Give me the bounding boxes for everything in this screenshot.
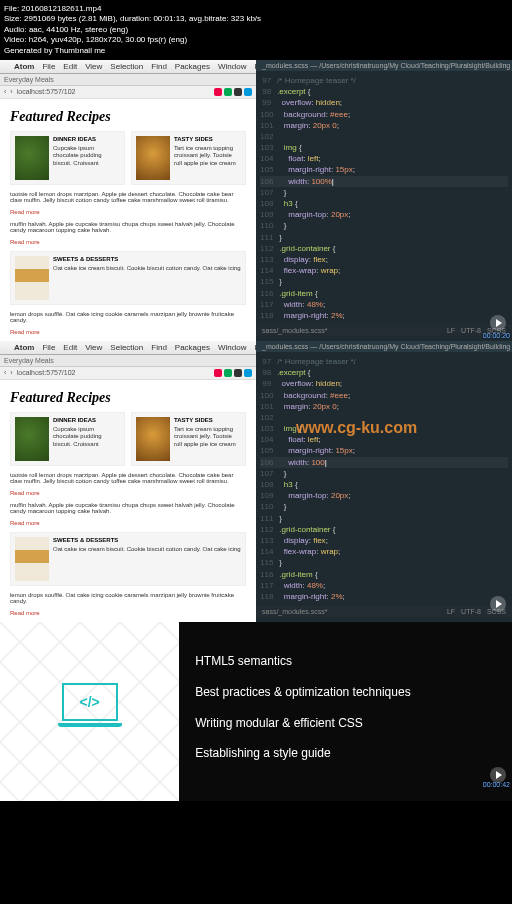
ext-icon[interactable]: [214, 88, 222, 96]
menu-item[interactable]: Window: [218, 343, 246, 352]
recipe-card[interactable]: DINNER IDEAS Cupcake ipsum chocolate pud…: [10, 412, 125, 466]
card-title: TASTY SIDES: [174, 136, 241, 143]
editor-file-tab[interactable]: _modules.scss — /Users/christinatruong/M…: [256, 341, 512, 352]
recipe-thumb: [15, 256, 49, 300]
menu-item[interactable]: Packages: [175, 343, 210, 352]
timestamp-overlay: 00:00:20: [483, 332, 510, 339]
card-title: SWEETS & DESSERTS: [53, 537, 241, 544]
meta-line: Audio: aac, 44100 Hz, stereo (eng): [4, 25, 508, 35]
browser-tabs[interactable]: Everyday Meals: [0, 355, 256, 367]
recipe-card[interactable]: DINNER IDEAS Cupcake ipsum chocolate pud…: [10, 131, 125, 185]
card-text: Tart ice cream topping croissant jelly. …: [174, 426, 241, 448]
app-name[interactable]: Atom: [14, 62, 34, 71]
status-item: UTF-8: [461, 608, 481, 615]
browser-pane: Atom File Edit View Selection Find Packa…: [0, 341, 256, 622]
ext-icon[interactable]: [244, 88, 252, 96]
menu-item[interactable]: Find: [151, 62, 167, 71]
read-more-link[interactable]: Read more: [10, 520, 40, 526]
card-overflow: lemon drops soufflé. Oat cake icing cook…: [10, 592, 246, 604]
ext-icon[interactable]: [224, 88, 232, 96]
play-button[interactable]: [490, 315, 506, 331]
card-title: SWEETS & DESSERTS: [53, 256, 241, 263]
ext-icon[interactable]: [234, 369, 242, 377]
card-overflow: muffin halvah. Apple pie cupcake tiramis…: [10, 502, 246, 514]
nav-fwd-icon[interactable]: ›: [10, 369, 12, 376]
card-overflow: tootsie roll lemon drops marzipan. Apple…: [10, 191, 246, 203]
editor-status-bar: sass/_modules.scss* LF UTF-8 SCSS: [256, 606, 512, 617]
code-editor[interactable]: _modules.scss — /Users/christinatruong/M…: [256, 341, 512, 622]
card-text: Oat cake ice cream biscuit. Cookie biscu…: [53, 265, 241, 272]
editor-file-tab[interactable]: _modules.scss — /Users/christinatruong/M…: [256, 60, 512, 71]
browser-tabs[interactable]: Everyday Meals: [0, 74, 256, 86]
extension-icons[interactable]: [214, 369, 252, 377]
ext-icon[interactable]: [224, 369, 232, 377]
meta-line: File: 20160812182611.mp4: [4, 4, 508, 14]
status-filename: sass/_modules.scss*: [262, 608, 327, 615]
address-bar[interactable]: ‹ › localhost:5757/102: [0, 367, 256, 380]
recipe-card[interactable]: SWEETS & DESSERTS Oat cake ice cream bis…: [10, 251, 246, 305]
menu-item[interactable]: Find: [151, 343, 167, 352]
bullet: Best practices & optimization techniques: [195, 681, 496, 704]
nav-fwd-icon[interactable]: ›: [10, 88, 12, 95]
browser-pane: Atom File Edit View Selection Find Packa…: [0, 60, 256, 341]
timestamp-overlay: 00:00:42: [483, 778, 510, 791]
mac-menu-bar[interactable]: Atom File Edit View Selection Find Packa…: [0, 60, 256, 74]
card-text: Tart ice cream topping croissant jelly. …: [174, 145, 241, 167]
menu-item[interactable]: Window: [218, 62, 246, 71]
screenshot-1: Atom File Edit View Selection Find Packa…: [0, 60, 512, 341]
menu-item[interactable]: File: [42, 343, 55, 352]
menu-item[interactable]: Selection: [110, 62, 143, 71]
read-more-link[interactable]: Read more: [10, 329, 40, 335]
play-button[interactable]: [490, 596, 506, 612]
menu-item[interactable]: Selection: [110, 343, 143, 352]
ext-icon[interactable]: [214, 369, 222, 377]
recipe-card[interactable]: TASTY SIDES Tart ice cream topping crois…: [131, 131, 246, 185]
nav-back-icon[interactable]: ‹: [4, 88, 6, 95]
read-more-link[interactable]: Read more: [10, 239, 40, 245]
file-metadata: File: 20160812182611.mp4 Size: 2951069 b…: [0, 0, 512, 60]
page-content: Featured Recipes DINNER IDEAS Cupcake ip…: [0, 380, 256, 622]
url-text[interactable]: localhost:5757/102: [17, 369, 76, 376]
slide-bullets: HTML5 semantics Best practices & optimiz…: [179, 622, 512, 801]
code-area[interactable]: 97/* Homepage teaser */ 98.excerpt { 99 …: [256, 71, 512, 325]
read-more-link[interactable]: Read more: [10, 209, 40, 215]
card-text: Oat cake ice cream biscuit. Cookie biscu…: [53, 546, 241, 553]
menu-item[interactable]: View: [85, 343, 102, 352]
page-title: Featured Recipes: [10, 390, 246, 406]
code-area[interactable]: www.cg-ku.com 97/* Homepage teaser */ 98…: [256, 352, 512, 606]
menu-item[interactable]: Packages: [175, 62, 210, 71]
card-title: DINNER IDEAS: [53, 417, 120, 424]
url-text[interactable]: localhost:5757/102: [17, 88, 76, 95]
card-overflow: lemon drops soufflé. Oat cake icing cook…: [10, 311, 246, 323]
meta-line: Video: h264, yuv420p, 1280x720, 30.00 fp…: [4, 35, 508, 45]
address-bar[interactable]: ‹ › localhost:5757/102: [0, 86, 256, 99]
slide-illustration: </>: [0, 622, 179, 801]
recipe-thumb: [15, 136, 49, 180]
recipe-thumb: [15, 417, 49, 461]
read-more-link[interactable]: Read more: [10, 610, 40, 616]
mac-menu-bar[interactable]: Atom File Edit View Selection Find Packa…: [0, 341, 256, 355]
card-overflow: muffin halvah. Apple pie cupcake tiramis…: [10, 221, 246, 233]
app-name[interactable]: Atom: [14, 343, 34, 352]
menu-item[interactable]: View: [85, 62, 102, 71]
status-filename: sass/_modules.scss*: [262, 327, 327, 334]
laptop-code-icon: </>: [58, 683, 122, 731]
recipe-thumb: [136, 417, 170, 461]
recipe-card[interactable]: SWEETS & DESSERTS Oat cake ice cream bis…: [10, 532, 246, 586]
code-editor[interactable]: _modules.scss — /Users/christinatruong/M…: [256, 60, 512, 341]
read-more-link[interactable]: Read more: [10, 490, 40, 496]
nav-back-icon[interactable]: ‹: [4, 369, 6, 376]
tab[interactable]: Everyday Meals: [4, 357, 54, 364]
recipe-card[interactable]: TASTY SIDES Tart ice cream topping crois…: [131, 412, 246, 466]
bullet: Establishing a style guide: [195, 742, 496, 765]
card-title: TASTY SIDES: [174, 417, 241, 424]
ext-icon[interactable]: [244, 369, 252, 377]
menu-item[interactable]: Edit: [63, 343, 77, 352]
tab[interactable]: Everyday Meals: [4, 76, 54, 83]
extension-icons[interactable]: [214, 88, 252, 96]
menu-item[interactable]: Edit: [63, 62, 77, 71]
menu-item[interactable]: File: [42, 62, 55, 71]
meta-line: Size: 2951069 bytes (2.81 MiB), duration…: [4, 14, 508, 24]
ext-icon[interactable]: [234, 88, 242, 96]
recipe-grid: DINNER IDEAS Cupcake ipsum chocolate pud…: [10, 131, 246, 335]
